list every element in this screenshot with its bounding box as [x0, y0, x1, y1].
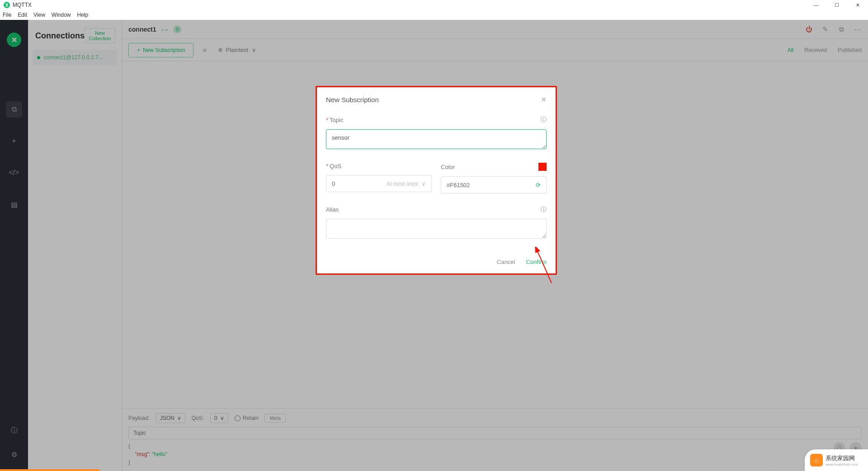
confirm-button[interactable]: Confirm: [526, 259, 547, 265]
watermark-csdn: CSDN: [768, 458, 796, 468]
topic-input[interactable]: sensor: [326, 129, 547, 149]
menu-edit[interactable]: Edit: [18, 12, 27, 18]
refresh-color-icon[interactable]: ⟳: [536, 182, 541, 188]
menu-window[interactable]: Window: [52, 12, 71, 18]
new-subscription-dialog: New Subscription ✕ *Topic ⓘ sensor *QoS …: [316, 86, 557, 275]
color-input[interactable]: #F61502 ⟳: [441, 176, 547, 193]
window-controls: — ☐ ✕: [806, 0, 868, 10]
alias-input[interactable]: [326, 219, 547, 239]
qos-label: QoS: [330, 163, 341, 170]
color-label: Color: [441, 164, 455, 170]
window-title: MQTTX: [13, 2, 32, 8]
app-icon: X: [4, 2, 10, 8]
dialog-title: New Subscription: [326, 96, 379, 104]
alias-label: Alias: [326, 206, 339, 213]
dialog-close-icon[interactable]: ✕: [541, 95, 547, 104]
alias-info-icon[interactable]: ⓘ: [541, 205, 547, 213]
qos-select-dialog[interactable]: 0 At most once ∨: [326, 175, 432, 192]
menu-view[interactable]: View: [33, 12, 45, 18]
window-titlebar: X MQTTX — ☐ ✕: [0, 0, 868, 10]
topic-label: Topic: [330, 117, 343, 123]
qos-value: 0: [332, 180, 335, 187]
chevron-down-icon: ∨: [421, 180, 426, 187]
menu-file[interactable]: File: [3, 12, 11, 18]
watermark-icon: ⌂: [810, 454, 823, 466]
watermark-badge: ⌂ 系统家园网 www.hnakhbob.com: [805, 449, 868, 471]
bottom-accent-strip: [0, 469, 99, 471]
close-window-button[interactable]: ✕: [847, 0, 868, 10]
color-swatch[interactable]: [538, 163, 547, 171]
minimize-button[interactable]: —: [806, 0, 826, 10]
topic-info-icon[interactable]: ⓘ: [541, 116, 547, 124]
menu-help[interactable]: Help: [77, 12, 89, 18]
menubar: File Edit View Window Help: [0, 10, 868, 20]
cancel-button[interactable]: Cancel: [497, 259, 515, 265]
maximize-button[interactable]: ☐: [826, 0, 847, 10]
color-value: #F61502: [447, 182, 470, 188]
